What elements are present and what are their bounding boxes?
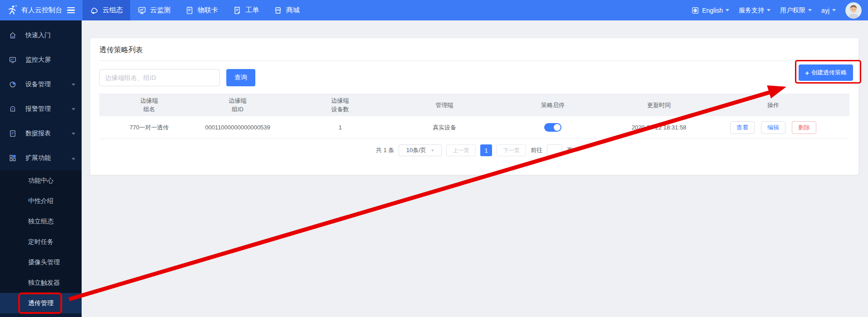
sidebar-item-extensions[interactable]: 扩展功能 [0, 146, 82, 170]
page-size-value: 10条/页 [406, 146, 426, 154]
alarm-bell-icon [9, 105, 25, 113]
cell-group-name: 770一对一透传 [99, 123, 199, 132]
submenu-item-function-center[interactable]: 功能中心 [0, 170, 82, 191]
submenu-label: 定时任务 [28, 238, 54, 246]
chevron-down-icon [808, 9, 812, 11]
create-policy-label: 创建透传策略 [811, 69, 847, 77]
sidebar-item-label: 设备管理 [25, 80, 51, 89]
chevron-down-icon [431, 149, 434, 151]
language-label: English [702, 7, 723, 14]
goto-unit-label: 页 [567, 146, 573, 154]
page-number-button[interactable]: 1 [480, 144, 492, 156]
column-header-edge-device-count: 边缘端 设备数 [276, 96, 404, 114]
pagination: 共 1 条 10条/页 上一页 1 下一页 前往 页 [99, 144, 849, 156]
navbar-right: English 服务支持 用户权限 ayj [691, 0, 868, 20]
sidebar-item-alarm-management[interactable]: 报警管理 [0, 97, 82, 121]
support-label: 服务支持 [739, 6, 764, 15]
tab-cloud-monitor[interactable]: 云监测 [130, 0, 178, 20]
edit-button[interactable]: 编辑 [761, 121, 785, 134]
cloud-icon [90, 6, 99, 15]
delete-button[interactable]: 删除 [792, 121, 816, 134]
policy-enable-toggle[interactable] [544, 123, 561, 132]
sim-card-icon [185, 6, 194, 15]
submenu-label: 中性介绍 [28, 197, 54, 205]
logo-icon [6, 5, 18, 16]
user-menu[interactable]: ayj [821, 7, 836, 14]
top-navbar: 有人云控制台 云组态 云监测 [0, 0, 868, 20]
submenu-item-passthrough-management[interactable]: 透传管理 [0, 293, 82, 313]
cell-manage-type: 真实设备 [404, 123, 485, 132]
prev-page-button[interactable]: 上一页 [446, 144, 476, 156]
submenu-item-neutral-intro[interactable]: 中性介绍 [0, 191, 82, 211]
sidebar-item-label: 数据报表 [25, 129, 51, 138]
sidebar: 快速入门 监控大屏 设 [0, 20, 82, 317]
language-switcher[interactable]: English [691, 6, 729, 15]
sidebar-item-label: 快速入门 [25, 31, 51, 40]
next-page-button[interactable]: 下一页 [497, 144, 526, 156]
sidebar-item-data-report[interactable]: 数据报表 [0, 121, 82, 146]
monitor-chart-icon [137, 6, 146, 15]
column-header-manage-type: 管理端 [404, 101, 485, 109]
sidebar-item-quick-start[interactable]: 快速入门 [0, 23, 82, 48]
column-header-edge-group-name: 边缘端 组名 [99, 96, 199, 114]
submenu-item-standalone-trigger[interactable]: 独立触发器 [0, 272, 82, 293]
home-icon [9, 31, 25, 40]
menu-toggle-icon[interactable] [67, 7, 75, 13]
main-content: 透传策略列表 查询 + 创建透传策略 边缘端 组名 边缘端 组ID [82, 20, 868, 317]
search-button[interactable]: 查询 [226, 69, 255, 86]
logo-text: 有人云控制台 [21, 6, 62, 15]
cell-group-id: 00011000000000000539 [199, 123, 276, 132]
submenu-item-camera-management[interactable]: 摄像头管理 [0, 252, 82, 272]
username-label: ayj [821, 7, 829, 14]
globe-icon [691, 6, 699, 15]
plus-icon: + [805, 69, 809, 76]
support-menu[interactable]: 服务支持 [739, 6, 770, 15]
tab-label: 工单 [245, 6, 259, 15]
submenu-label: 透传管理 [28, 299, 54, 307]
sidebar-main-menu: 快速入门 监控大屏 设 [0, 20, 82, 170]
sidebar-submenu: 功能中心 中性介绍 独立组态 定时任务 摄像头管理 独立触发器 透传管理 [0, 170, 82, 313]
column-header-update-time: 更新时间 [621, 101, 697, 109]
tab-label: 云组态 [102, 6, 123, 15]
goto-label: 前往 [531, 146, 542, 154]
table-row: 770一对一透传 00011000000000000539 1 真实设备 202… [99, 116, 849, 139]
page-size-select[interactable]: 10条/页 [399, 144, 442, 156]
goto-page-input[interactable] [547, 144, 562, 156]
submenu-item-scheduled-tasks[interactable]: 定时任务 [0, 232, 82, 252]
pie-chart-icon [9, 80, 25, 89]
tab-label: 商城 [286, 6, 300, 15]
submenu-label: 摄像头管理 [28, 258, 60, 267]
cell-device-count: 1 [276, 123, 404, 132]
tab-cloud-scada[interactable]: 云组态 [83, 0, 130, 20]
sidebar-item-label: 扩展功能 [25, 154, 51, 162]
submenu-label: 功能中心 [28, 177, 54, 185]
permission-menu[interactable]: 用户权限 [780, 6, 812, 15]
column-header-edge-group-id: 边缘端 组ID [199, 96, 276, 114]
tab-iot-card[interactable]: 物联卡 [178, 0, 225, 20]
create-policy-button[interactable]: + 创建透传策略 [799, 64, 853, 81]
sidebar-item-monitor-screen[interactable]: 监控大屏 [0, 48, 82, 72]
tab-shop[interactable]: 商城 [266, 0, 307, 20]
chevron-down-icon [726, 9, 729, 11]
policy-list-card: 透传策略列表 查询 + 创建透传策略 边缘端 组名 边缘端 组ID [90, 38, 858, 175]
avatar[interactable] [845, 2, 862, 19]
chevron-down-icon [72, 133, 75, 135]
tab-work-order[interactable]: 工单 [225, 0, 266, 20]
product-tabs: 云组态 云监测 物联卡 [83, 0, 307, 20]
chevron-down-icon [72, 84, 75, 86]
tab-label: 云监测 [150, 6, 171, 15]
search-input[interactable] [99, 69, 220, 86]
toggle-knob [554, 124, 561, 131]
sidebar-item-device-management[interactable]: 设备管理 [0, 72, 82, 97]
chevron-down-icon [832, 9, 836, 11]
chevron-up-icon [72, 157, 75, 159]
apps-grid-icon [9, 154, 25, 162]
chevron-down-icon [767, 9, 770, 11]
submenu-item-standalone-scada[interactable]: 独立组态 [0, 211, 82, 232]
sidebar-item-label: 监控大屏 [25, 56, 51, 64]
view-button[interactable]: 查看 [730, 121, 755, 134]
submenu-label: 独立触发器 [28, 279, 60, 287]
submenu-label: 独立组态 [28, 218, 54, 226]
total-count-label: 共 1 条 [376, 146, 394, 154]
cell-update-time: 2020-04-22 18:31:58 [621, 123, 697, 132]
